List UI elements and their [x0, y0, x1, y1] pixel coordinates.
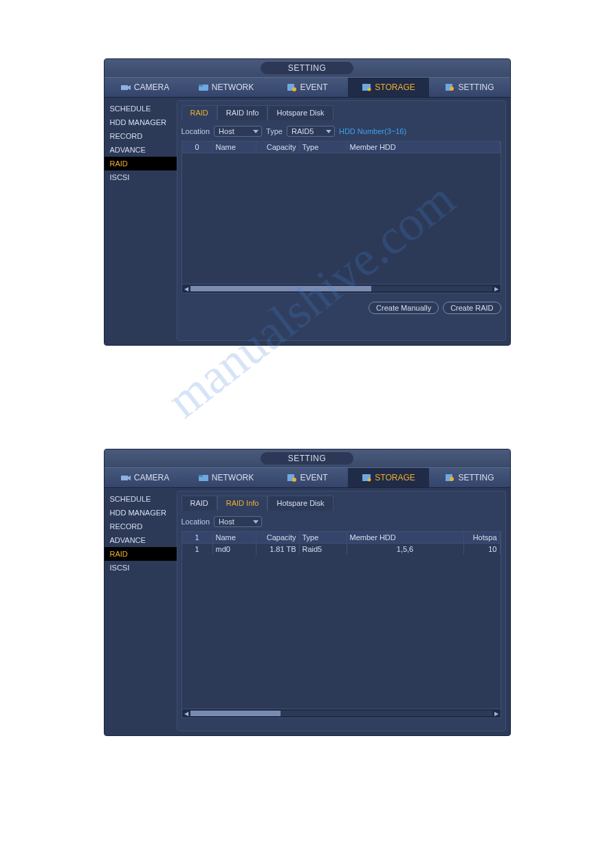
camera-icon: [120, 473, 131, 482]
network-icon: [198, 473, 209, 482]
tab-label: NETWORK: [212, 82, 254, 92]
tab-event[interactable]: EVENT: [267, 78, 348, 97]
svg-point-5: [292, 87, 296, 91]
svg-point-7: [368, 88, 371, 91]
table-row[interactable]: 1 md0 1.81 TB Raid5 1,5,6 10: [182, 544, 501, 555]
cell-type: Raid5: [300, 544, 347, 555]
tab-label: EVENT: [300, 473, 327, 482]
subtab-raid[interactable]: RAID: [182, 496, 217, 511]
tab-label: NETWORK: [212, 473, 254, 482]
scroll-right-icon[interactable]: ▶: [492, 285, 501, 293]
tab-storage[interactable]: STORAGE: [348, 78, 429, 97]
sidebar-item-raid[interactable]: RAID: [105, 157, 177, 170]
tab-event[interactable]: EVENT: [267, 468, 348, 487]
svg-rect-3: [199, 85, 203, 87]
cell-capacity: 1.81 TB: [256, 544, 300, 555]
chevron-down-icon: [253, 520, 259, 524]
tab-label: CAMERA: [134, 473, 169, 482]
h-scrollbar[interactable]: ◀ ▶: [182, 709, 501, 717]
col-type: Type: [300, 532, 347, 543]
scroll-left-icon[interactable]: ◀: [182, 709, 190, 717]
settings-window-raidinfo: SETTING CAMERA NETWORK EVENT STORAGE SET…: [104, 449, 511, 736]
tab-camera[interactable]: CAMERA: [105, 468, 186, 487]
type-label: Type: [266, 127, 283, 135]
tab-setting[interactable]: SETTING: [429, 78, 510, 97]
h-scrollbar[interactable]: ◀ ▶: [182, 284, 501, 293]
tab-label: STORAGE: [375, 473, 415, 482]
sidebar-item-record[interactable]: RECORD: [105, 129, 177, 143]
sidebar-item-advance[interactable]: ADVANCE: [105, 533, 177, 547]
create-manually-button[interactable]: Create Manually: [369, 302, 439, 314]
svg-rect-10: [121, 476, 128, 480]
main-tabbar: CAMERA NETWORK EVENT STORAGE SETTING: [105, 77, 510, 98]
raid-table: 0 Name Capacity Type Member HDD ◀ ▶: [182, 141, 501, 293]
type-value: RAID5: [292, 127, 314, 135]
tab-label: EVENT: [300, 82, 327, 92]
tab-camera[interactable]: CAMERA: [105, 78, 186, 97]
scroll-left-icon[interactable]: ◀: [182, 285, 190, 293]
svg-rect-0: [121, 85, 128, 90]
settings-window-raid: SETTING CAMERA NETWORK EVENT STORAGE SET…: [104, 58, 511, 346]
cell-n: 1: [182, 544, 213, 555]
sidebar: SCHEDULE HDD MANAGER RECORD ADVANCE RAID…: [105, 98, 177, 345]
setting-icon: [444, 473, 455, 482]
location-label: Location: [182, 518, 210, 526]
col-hotspare: Hotspa: [464, 532, 501, 543]
cell-member: 1,5,6: [347, 544, 464, 555]
col-name: Name: [213, 532, 256, 543]
col-count: 0: [182, 142, 213, 153]
raidinfo-table: 1 Name Capacity Type Member HDD Hotspa 1…: [182, 531, 501, 718]
tab-label: SETTING: [458, 82, 494, 92]
create-raid-button[interactable]: Create RAID: [443, 302, 501, 314]
sidebar-item-hddmanager[interactable]: HDD MANAGER: [105, 506, 177, 520]
sidebar-item-record[interactable]: RECORD: [105, 520, 177, 533]
cell-name: md0: [213, 544, 256, 555]
subtab-raidinfo[interactable]: RAID Info: [217, 496, 268, 511]
subtab-raidinfo[interactable]: RAID Info: [217, 105, 268, 120]
sidebar-item-advance[interactable]: ADVANCE: [105, 143, 177, 157]
tab-setting[interactable]: SETTING: [429, 468, 510, 487]
svg-marker-11: [128, 476, 131, 480]
tab-network[interactable]: NETWORK: [186, 468, 267, 487]
tab-label: SETTING: [458, 473, 494, 482]
subtabs: RAID RAID Info Hotspare Disk: [182, 105, 501, 120]
network-icon: [198, 82, 209, 92]
sidebar-item-schedule[interactable]: SCHEDULE: [105, 492, 177, 506]
scroll-thumb[interactable]: [190, 711, 281, 716]
chevron-down-icon: [326, 130, 331, 133]
sidebar-item-raid[interactable]: RAID: [105, 547, 177, 561]
titlebar: SETTING: [105, 59, 510, 77]
location-dropdown[interactable]: Host: [214, 516, 262, 527]
subtab-hotspare[interactable]: Hotspare Disk: [267, 105, 333, 120]
main-panel: RAID RAID Info Hotspare Disk Location Ho…: [177, 100, 506, 341]
col-type: Type: [300, 142, 347, 153]
window-title: SETTING: [261, 452, 354, 465]
type-dropdown[interactable]: RAID5: [287, 126, 335, 137]
main-panel: RAID RAID Info Hotspare Disk Location Ho…: [177, 491, 506, 731]
tab-network[interactable]: NETWORK: [186, 78, 267, 97]
chevron-down-icon: [253, 130, 259, 133]
svg-point-9: [450, 87, 454, 91]
scroll-right-icon[interactable]: ▶: [492, 709, 501, 717]
main-tabbar: CAMERA NETWORK EVENT STORAGE SETTING: [105, 467, 510, 488]
sidebar-item-schedule[interactable]: SCHEDULE: [105, 102, 177, 115]
tab-label: CAMERA: [134, 82, 169, 92]
location-label: Location: [182, 127, 210, 135]
setting-icon: [444, 82, 455, 92]
window-title: SETTING: [261, 62, 354, 74]
storage-icon: [361, 473, 372, 482]
sidebar-item-hddmanager[interactable]: HDD MANAGER: [105, 115, 177, 129]
svg-rect-13: [199, 475, 203, 477]
subtab-raid[interactable]: RAID: [182, 105, 217, 120]
tab-storage[interactable]: STORAGE: [348, 468, 429, 487]
col-count: 1: [182, 532, 213, 543]
sidebar-item-iscsi[interactable]: ISCSI: [105, 170, 177, 184]
scroll-thumb[interactable]: [190, 286, 371, 291]
storage-icon: [361, 82, 372, 92]
event-icon: [286, 82, 297, 92]
subtab-hotspare[interactable]: Hotspare Disk: [267, 496, 333, 511]
location-dropdown[interactable]: Host: [214, 126, 262, 137]
svg-marker-1: [128, 85, 131, 90]
sidebar-item-iscsi[interactable]: ISCSI: [105, 561, 177, 575]
subtabs: RAID RAID Info Hotspare Disk: [182, 496, 501, 511]
